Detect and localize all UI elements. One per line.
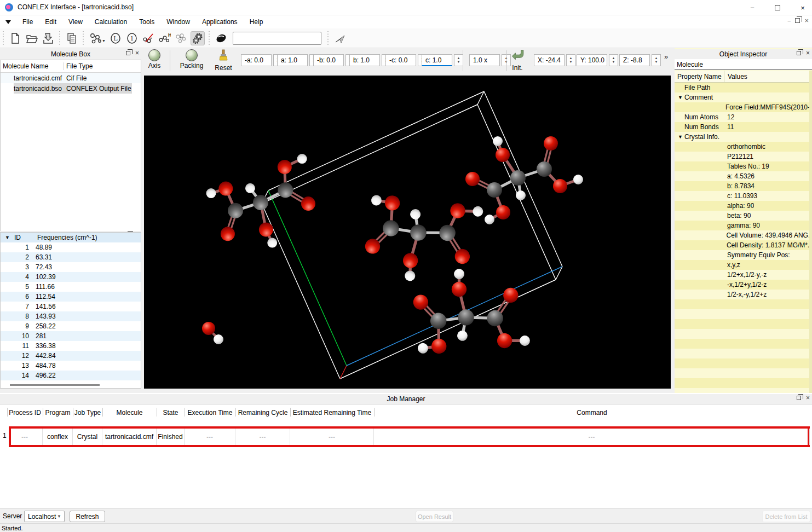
- inspector-row[interactable]: File Path: [675, 83, 812, 92]
- inspector-scrollbar[interactable]: [809, 71, 812, 393]
- x-position-spinbox-spinner[interactable]: ▲▼: [566, 54, 575, 66]
- inspector-row[interactable]: b: 8.7834: [675, 181, 812, 191]
- mdi-close-button[interactable]: ×: [804, 16, 809, 25]
- menu-window[interactable]: Window: [160, 16, 196, 27]
- inspector-row[interactable]: beta: 90: [675, 211, 812, 221]
- frequency-row[interactable]: 12442.84: [1, 351, 141, 361]
- inspector-row[interactable]: [675, 299, 812, 309]
- frequency-row[interactable]: 13484.78: [1, 361, 141, 371]
- toolbar-drag-handle[interactable]: [208, 31, 211, 45]
- pointer-icon[interactable]: [333, 31, 347, 45]
- add-hydrogen-icon[interactable]: H: [158, 31, 172, 45]
- job-column-molecule[interactable]: Molecule: [102, 409, 157, 417]
- inspector-row[interactable]: Cell Volume: 439.4946 ANG...: [675, 230, 812, 240]
- minimize-button[interactable]: −: [740, 0, 765, 15]
- mdi-system-menu-icon[interactable]: [5, 20, 11, 24]
- measure-icon[interactable]: [141, 31, 156, 45]
- frequency-row[interactable]: 5111.66: [1, 282, 141, 292]
- column-molecule-name[interactable]: Molecule Name: [1, 62, 64, 70]
- inspector-row[interactable]: -x,1/2+y,1/2-z: [675, 280, 812, 290]
- open-file-icon[interactable]: [25, 31, 39, 45]
- inspector-row[interactable]: [675, 329, 812, 339]
- menu-calculation[interactable]: Calculation: [89, 16, 133, 27]
- molecule-display-icon[interactable]: [88, 31, 102, 45]
- z-position-spinbox-spinner[interactable]: ▲▼: [652, 54, 661, 66]
- close-button[interactable]: ×: [790, 0, 812, 15]
- column-property-name[interactable]: Property Name: [675, 73, 724, 80]
- column-values[interactable]: Values: [724, 71, 747, 82]
- frequency-row[interactable]: 11336.38: [1, 341, 141, 351]
- y-position-spinbox-spinner[interactable]: ▲▼: [609, 54, 618, 66]
- column-file-type[interactable]: File Type: [64, 62, 93, 70]
- label-l-icon[interactable]: L: [108, 31, 123, 45]
- x-position-spinbox-field[interactable]: X: -24.4: [534, 54, 565, 66]
- float-panel-icon[interactable]: [797, 396, 801, 400]
- inspector-row[interactable]: Cell Density: 1.8137 MG/M*...: [675, 240, 812, 250]
- copy-paste-icon[interactable]: [65, 31, 79, 45]
- frequency-row[interactable]: 263.31: [1, 252, 141, 262]
- job-column-process-id[interactable]: Process ID: [7, 409, 43, 417]
- job-column-execution-time[interactable]: Execution Time: [185, 409, 235, 417]
- save-file-icon[interactable]: [41, 31, 55, 45]
- molecule-row[interactable]: tartronicacid.cmfCif File: [1, 73, 141, 83]
- frequency-row[interactable]: 9258.22: [1, 321, 141, 331]
- inspector-row[interactable]: Tables No.: 19: [675, 161, 812, 171]
- job-column-state[interactable]: State: [157, 409, 185, 417]
- frequency-list-header[interactable]: ▼ ID Frequencies (cm^-1): [1, 233, 141, 242]
- a-spinbox-field[interactable]: a: 1.0: [277, 54, 308, 66]
- toolbar-drag-handle[interactable]: [327, 31, 330, 45]
- toolbar-drag-handle[interactable]: [2, 31, 5, 45]
- inspector-row[interactable]: x,y,z: [675, 260, 812, 270]
- menu-view[interactable]: View: [62, 16, 89, 27]
- inspector-row[interactable]: ▼Comment: [675, 92, 812, 102]
- c-spinbox-field[interactable]: c: 1.0: [422, 54, 452, 66]
- frequency-row[interactable]: 372.43: [1, 262, 141, 272]
- frequency-row[interactable]: 148.89: [1, 242, 141, 252]
- refresh-button[interactable]: Refresh: [70, 511, 105, 522]
- inspector-row[interactable]: 1/2+x,1/2-y,-z: [675, 270, 812, 280]
- toolbar-drag-handle[interactable]: [59, 31, 61, 45]
- inspector-row[interactable]: [675, 319, 812, 329]
- frequency-hscrollbar[interactable]: [10, 384, 100, 386]
- frequency-row[interactable]: 4102.39: [1, 272, 141, 282]
- y-position-spinbox-field[interactable]: Y: 100.0: [577, 54, 607, 66]
- mdi-minimize-button[interactable]: −: [787, 18, 791, 24]
- inspector-row[interactable]: [675, 368, 812, 378]
- frequency-row[interactable]: 14496.22: [1, 371, 141, 380]
- frequency-row[interactable]: 8143.93: [1, 311, 141, 321]
- maximize-button[interactable]: [765, 0, 790, 15]
- job-column-program[interactable]: Program: [43, 409, 73, 417]
- label-1-icon[interactable]: 1: [125, 31, 139, 45]
- new-file-icon[interactable]: [8, 31, 22, 45]
- delete-from-list-button[interactable]: Delete from List: [762, 511, 810, 522]
- menu-tools[interactable]: Tools: [133, 16, 160, 27]
- chevron-down-icon[interactable]: ▼: [678, 134, 684, 140]
- close-panel-icon[interactable]: ×: [806, 50, 810, 56]
- job-column-job-type[interactable]: Job Type: [73, 409, 102, 417]
- frequency-row[interactable]: 7141.56: [1, 302, 141, 311]
- inspector-row[interactable]: alpha: 90: [675, 201, 812, 211]
- search-input[interactable]: [233, 32, 321, 45]
- inspector-row[interactable]: c: 11.0393: [675, 191, 812, 201]
- menu-applications[interactable]: Applications: [196, 16, 244, 27]
- open-result-button[interactable]: Open Result: [416, 511, 453, 522]
- minus-a-spinbox-field[interactable]: -a: 0.0: [241, 54, 272, 66]
- scale-spinbox-field[interactable]: 1.0 x: [469, 54, 500, 66]
- menu-edit[interactable]: Edit: [39, 16, 62, 27]
- menu-file[interactable]: File: [16, 16, 39, 27]
- molecule-3d-viewport[interactable]: [144, 76, 671, 389]
- reset-button[interactable]: Reset: [208, 49, 239, 72]
- inspector-row[interactable]: Num Atoms12: [675, 112, 812, 122]
- molecule-row[interactable]: tartronicacid.bsoCONFLEX Output File: [1, 83, 141, 94]
- inspector-row[interactable]: [675, 309, 812, 319]
- float-panel-icon[interactable]: [797, 51, 801, 55]
- b-spinbox-field[interactable]: b: 1.0: [349, 54, 380, 66]
- chevron-down-icon[interactable]: ▼: [678, 95, 684, 100]
- clean-icon[interactable]: [214, 31, 228, 45]
- inspector-row[interactable]: orthorhombic: [675, 142, 812, 152]
- close-panel-icon[interactable]: ×: [806, 395, 810, 401]
- inspector-row[interactable]: [675, 339, 812, 349]
- init-button[interactable]: Init.: [502, 49, 533, 72]
- inspector-row[interactable]: a: 4.5326: [675, 171, 812, 181]
- chevron-down-icon[interactable]: ▼: [5, 235, 10, 240]
